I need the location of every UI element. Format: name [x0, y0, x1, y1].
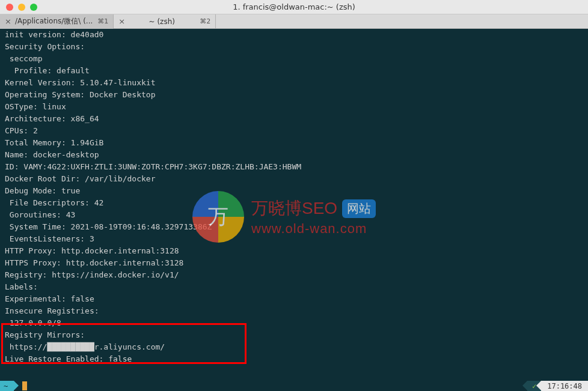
terminal-cursor [22, 381, 27, 390]
terminal-line: Registry: https://index.docker.io/v1/ [5, 269, 583, 281]
terminal-output[interactable]: init version: de40ad0Security Options: s… [0, 29, 588, 381]
window-titlebar: 1. francis@oldwan-mac:~ (zsh) [0, 0, 588, 14]
terminal-line: System Time: 2021-08-19T09:16:48.3297133… [5, 221, 583, 233]
terminal-line: Registry Mirrors: [5, 329, 583, 341]
traffic-lights [6, 4, 37, 11]
terminal-line: Total Memory: 1.94GiB [5, 137, 583, 149]
status-prompt-segment: ~ [0, 381, 14, 391]
status-time: 17:16:48 [547, 382, 582, 390]
terminal-line: Architecture: x86_64 [5, 113, 583, 125]
status-prompt: ~ [4, 382, 8, 390]
terminal-line: File Descriptors: 42 [5, 197, 583, 209]
terminal-line: Operating System: Docker Desktop [5, 89, 583, 101]
terminal-line: Kernel Version: 5.10.47-linuxkit [5, 77, 583, 89]
terminal-line: CPUs: 2 [5, 125, 583, 137]
terminal-line: https://██████████r.aliyuncs.com/ [5, 341, 583, 353]
terminal-line: EventsListeners: 3 [5, 233, 583, 245]
tab-label: /Applications/微信\ (... [15, 16, 93, 26]
status-bar: ~ ✓ 17:16:48 [0, 381, 588, 391]
terminal-line: 127.0.0.0/8 [5, 317, 583, 329]
terminal-line: Security Options: [5, 41, 583, 53]
tab-label: ~ (zsh) [129, 17, 195, 26]
minimize-window-button[interactable] [18, 4, 25, 11]
window-title: 1. francis@oldwan-mac:~ (zsh) [0, 2, 588, 11]
tab-close-icon[interactable]: × [5, 17, 11, 26]
terminal-line: Debug Mode: true [5, 185, 583, 197]
tab-shortcut: ⌘1 [97, 17, 108, 25]
terminal-line: Experimental: false [5, 293, 583, 305]
terminal-line: Goroutines: 43 [5, 209, 583, 221]
terminal-line: Docker Root Dir: /var/lib/docker [5, 173, 583, 185]
terminal-line: Insecure Registries: [5, 305, 583, 317]
tab-close-icon[interactable]: × [118, 17, 125, 26]
check-icon: ✓ [532, 382, 536, 390]
terminal-line: HTTPS Proxy: http.docker.internal:3128 [5, 257, 583, 269]
terminal-line: seccomp [5, 53, 583, 65]
tab-1[interactable]: × /Applications/微信\ (... ⌘1 [0, 14, 114, 29]
close-window-button[interactable] [6, 4, 13, 11]
maximize-window-button[interactable] [30, 4, 37, 11]
tab-2[interactable]: × ~ (zsh) ⌘2 [114, 14, 216, 29]
tab-shortcut: ⌘2 [200, 17, 210, 25]
terminal-line: Labels: [5, 281, 583, 293]
terminal-line: Name: docker-desktop [5, 149, 583, 161]
terminal-line: Profile: default [5, 65, 583, 77]
terminal-line: ID: VAMY:4G22:UXFH:ZTLI:3UNW:ZOTR:CPH7:3… [5, 161, 583, 173]
terminal-line: Live Restore Enabled: false [5, 353, 583, 365]
terminal-line: HTTP Proxy: http.docker.internal:3128 [5, 245, 583, 257]
tab-bar: × /Applications/微信\ (... ⌘1 × ~ (zsh) ⌘2 [0, 14, 588, 29]
status-time-segment: 17:16:48 [541, 381, 588, 391]
terminal-line: init version: de40ad0 [5, 29, 583, 41]
terminal-line: OSType: linux [5, 101, 583, 113]
